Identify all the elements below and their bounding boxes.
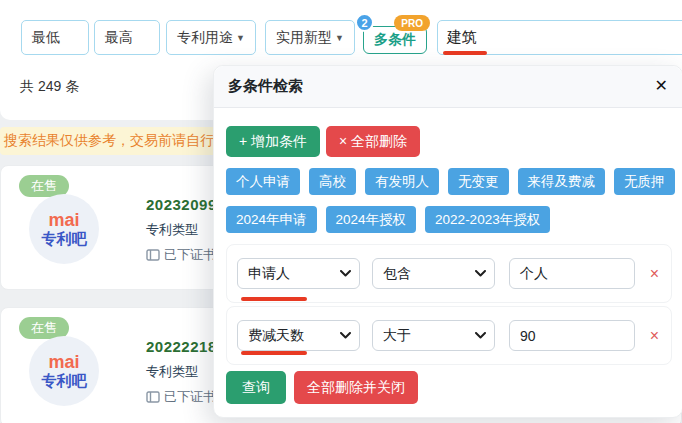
condition-count-badge: 2 bbox=[355, 13, 374, 32]
seller-avatar: mai 专利吧 bbox=[29, 194, 99, 264]
pro-badge: PRO bbox=[394, 15, 430, 31]
price-min-label: 最低 bbox=[32, 29, 60, 47]
caret-down-icon: ▼ bbox=[335, 33, 344, 43]
condition-value-input[interactable]: 90 bbox=[509, 320, 635, 351]
condition-field-value: 费减天数 bbox=[248, 327, 304, 345]
price-max-input[interactable]: 最高 bbox=[94, 20, 160, 55]
chevron-down-icon bbox=[340, 270, 351, 277]
condition-operator-value: 大于 bbox=[383, 327, 411, 345]
modal-header: 多条件检索 bbox=[214, 66, 682, 108]
notice-text: 搜索结果仅供参考，交易前请自行核实 bbox=[4, 132, 242, 150]
condition-value-input[interactable]: 个人 bbox=[509, 258, 635, 289]
certificate-icon bbox=[146, 391, 160, 403]
keyword-search-input[interactable]: 建筑 bbox=[437, 20, 682, 55]
annotation-underline-search bbox=[443, 51, 487, 55]
patent-number[interactable]: 20232099 bbox=[146, 196, 217, 213]
tag-fee-reduction-in-time[interactable]: 来得及费减 bbox=[518, 168, 606, 195]
tag-no-change[interactable]: 无变更 bbox=[448, 168, 509, 195]
certificate-status: 已下证书 bbox=[146, 388, 216, 406]
condition-row: 申请人 包含 个人 × bbox=[226, 244, 672, 303]
logo-text-2: 专利吧 bbox=[42, 373, 87, 390]
patent-use-dropdown[interactable]: 专利用途 ▼ bbox=[166, 20, 256, 55]
patent-type-label: 专利类型 bbox=[146, 363, 198, 381]
logo-text-1: mai bbox=[48, 353, 79, 373]
modal-title: 多条件检索 bbox=[228, 77, 303, 96]
tag-applied-2024[interactable]: 2024年申请 bbox=[226, 206, 317, 233]
multi-condition-modal: 多条件检索 ✕ + 增加条件 × 全部删除 个人申请 高校 有发明人 无变更 来… bbox=[213, 65, 682, 418]
patent-search-page: 最低 最高 专利用途 ▼ 实用新型 ▼ 多条件 2 PRO 建筑 共 249 条… bbox=[0, 0, 682, 423]
remove-condition-icon[interactable]: × bbox=[650, 327, 661, 345]
caret-down-icon: ▼ bbox=[236, 33, 245, 43]
condition-operator-select[interactable]: 大于 bbox=[372, 320, 495, 351]
price-max-label: 最高 bbox=[105, 29, 133, 47]
query-button[interactable]: 查询 bbox=[226, 371, 286, 404]
close-icon[interactable]: ✕ bbox=[655, 76, 668, 97]
condition-operator-value: 包含 bbox=[383, 265, 411, 283]
annotation-underline-field-2 bbox=[241, 351, 307, 355]
tag-university[interactable]: 高校 bbox=[309, 168, 356, 195]
tag-granted-2024[interactable]: 2024年授权 bbox=[326, 206, 417, 233]
condition-row: 费减天数 大于 90 × bbox=[226, 306, 672, 365]
remove-condition-icon[interactable]: × bbox=[650, 265, 661, 283]
patent-kind-dropdown[interactable]: 实用新型 ▼ bbox=[265, 20, 355, 55]
multi-condition-button[interactable]: 多条件 2 PRO bbox=[363, 26, 427, 54]
multi-condition-label: 多条件 bbox=[374, 31, 416, 49]
tag-has-inventor[interactable]: 有发明人 bbox=[365, 168, 439, 195]
patent-kind-label: 实用新型 bbox=[276, 29, 332, 47]
delete-all-close-button[interactable]: 全部删除并关闭 bbox=[294, 371, 418, 404]
chevron-down-icon bbox=[475, 270, 486, 277]
price-min-input[interactable]: 最低 bbox=[21, 20, 89, 55]
tag-granted-2022-2023[interactable]: 2022-2023年授权 bbox=[425, 206, 550, 233]
condition-value-text: 90 bbox=[520, 328, 536, 344]
patent-type-label: 专利类型 bbox=[146, 221, 198, 239]
chevron-down-icon bbox=[340, 332, 351, 339]
logo-text-2: 专利吧 bbox=[42, 231, 87, 248]
certificate-text: 已下证书 bbox=[164, 388, 216, 406]
certificate-text: 已下证书 bbox=[164, 246, 216, 264]
certificate-status: 已下证书 bbox=[146, 246, 216, 264]
condition-operator-select[interactable]: 包含 bbox=[372, 258, 495, 289]
condition-field-select[interactable]: 申请人 bbox=[237, 258, 360, 289]
search-value: 建筑 bbox=[447, 28, 477, 47]
condition-value-text: 个人 bbox=[520, 265, 548, 283]
add-condition-button[interactable]: + 增加条件 bbox=[226, 126, 320, 157]
tag-personal-applicant[interactable]: 个人申请 bbox=[226, 168, 300, 195]
delete-all-button[interactable]: × 全部删除 bbox=[326, 126, 420, 157]
seller-avatar: mai 专利吧 bbox=[29, 336, 99, 406]
logo-text-1: mai bbox=[48, 211, 79, 231]
result-count: 共 249 条 bbox=[20, 78, 79, 96]
condition-field-value: 申请人 bbox=[248, 265, 290, 283]
certificate-icon bbox=[146, 249, 160, 261]
annotation-underline-field-1 bbox=[241, 297, 307, 301]
quick-filter-row-1: 个人申请 高校 有发明人 无变更 来得及费减 无质押 bbox=[226, 168, 675, 195]
condition-field-select[interactable]: 费减天数 bbox=[237, 320, 360, 351]
patent-use-label: 专利用途 bbox=[177, 29, 233, 47]
patent-number[interactable]: 20222218 bbox=[146, 338, 217, 355]
tag-no-pledge[interactable]: 无质押 bbox=[614, 168, 675, 195]
quick-filter-row-2: 2024年申请 2024年授权 2022-2023年授权 bbox=[226, 206, 550, 233]
chevron-down-icon bbox=[475, 332, 486, 339]
